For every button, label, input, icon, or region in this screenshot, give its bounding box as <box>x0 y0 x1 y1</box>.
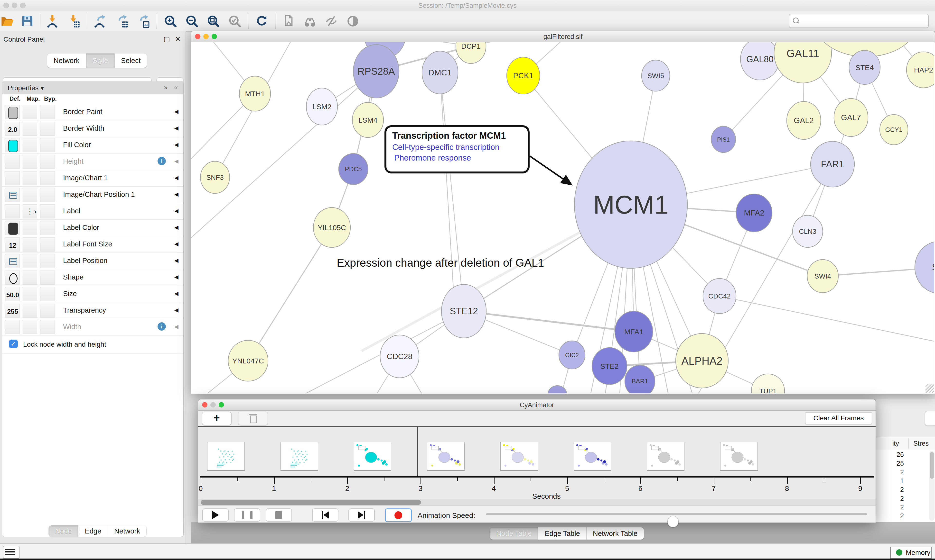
mapping-cell[interactable] <box>23 237 37 252</box>
node-CDC28[interactable]: CDC28 <box>380 335 419 378</box>
collapse-arrow-icon[interactable]: ◀ <box>174 191 179 197</box>
resize-grip[interactable] <box>926 385 934 392</box>
default-value[interactable]: 50.0 <box>5 291 20 299</box>
zoom-in-icon[interactable] <box>164 14 177 28</box>
property-row-height[interactable]: Heighti◀ <box>2 153 184 170</box>
node-MTH1[interactable]: MTH1 <box>239 76 270 111</box>
table-column-ity[interactable]: ity <box>892 440 899 448</box>
node-MFA2[interactable]: MFA2 <box>736 194 772 232</box>
node-RPS28A[interactable]: RPS28A <box>353 45 399 98</box>
bypass-cell[interactable] <box>40 188 55 202</box>
collapse-arrow-icon[interactable]: ◀ <box>174 125 179 131</box>
default-value[interactable]: 2.0 <box>5 126 20 134</box>
info-icon[interactable]: i <box>157 322 166 331</box>
annotation-link-2[interactable]: Pheromone response <box>392 152 528 163</box>
float-panel-icon[interactable]: ▢ <box>164 35 170 43</box>
node-LSM4[interactable]: LSM4 <box>352 102 384 137</box>
property-row-label-color[interactable]: Label Color◀ <box>2 219 184 236</box>
collapse-arrow-icon[interactable]: ◀ <box>174 291 179 297</box>
collapse-arrow-icon[interactable]: ◀ <box>174 323 179 330</box>
show-all-icon[interactable] <box>346 14 359 28</box>
mapping-cell[interactable] <box>23 287 37 301</box>
node-ALPHA2[interactable]: ALPHA2 <box>676 334 728 388</box>
bypass-cell[interactable] <box>40 304 55 318</box>
mapping-cell[interactable] <box>23 320 37 334</box>
collapse-arrow-icon[interactable]: ◀ <box>174 142 179 148</box>
node-STE4[interactable]: STE4 <box>849 50 880 85</box>
default-cell[interactable] <box>5 221 20 235</box>
node-CLN3[interactable]: CLN3 <box>793 215 823 248</box>
mapping-cell[interactable] <box>23 171 37 185</box>
node-GAL11[interactable]: GAL11 <box>774 42 832 83</box>
table-tab-node-table[interactable]: Node Table <box>490 528 538 540</box>
export-image-icon[interactable] <box>136 14 150 28</box>
open-session-icon[interactable] <box>1 14 15 28</box>
default-swatch[interactable] <box>8 140 18 152</box>
node-FAR1[interactable]: FAR1 <box>811 142 855 187</box>
collapse-arrow-icon[interactable]: ◀ <box>174 208 179 214</box>
default-cell[interactable] <box>5 188 20 202</box>
annotation-arrow[interactable] <box>529 156 571 185</box>
collapse-arrow-icon[interactable]: ◀ <box>174 257 179 264</box>
node-cutPurpleBottom[interactable] <box>548 386 567 393</box>
save-session-icon[interactable] <box>20 14 34 28</box>
default-cell[interactable]: 2.0 <box>5 122 20 136</box>
default-cell[interactable] <box>5 205 20 218</box>
property-row-image-chart-position-1[interactable]: Image/Chart Position 1◀ <box>2 186 184 203</box>
frame-thumbnail-4s[interactable] <box>500 442 538 470</box>
frame-thumbnail-5s[interactable] <box>574 442 611 470</box>
first-neighbors-icon[interactable] <box>303 14 317 28</box>
table-tab-edge-table[interactable]: Edge Table <box>538 528 586 540</box>
properties-header[interactable]: Properties ▾ » « <box>2 81 184 94</box>
refresh-icon[interactable] <box>255 14 268 28</box>
mapping-cell[interactable] <box>23 188 37 202</box>
stop-button[interactable] <box>265 508 292 522</box>
bypass-cell[interactable] <box>40 287 55 301</box>
annotation-link-1[interactable]: Cell-type-specific transcription <box>392 142 528 152</box>
import-table-icon[interactable] <box>66 14 80 28</box>
info-icon[interactable]: i <box>157 157 166 165</box>
bypass-cell[interactable] <box>40 105 55 119</box>
network-window-titlebar[interactable]: galFiltered.sif <box>191 31 935 42</box>
node-GAL7[interactable]: GAL7 <box>834 98 868 137</box>
mapping-cell[interactable] <box>23 155 37 169</box>
bypass-cell[interactable] <box>40 221 55 235</box>
network-canvas[interactable]: RPS28BDCP1RPS28ADMC1PCK1SWI5GAL80GAL11ST… <box>191 42 934 393</box>
mapping-cell[interactable] <box>23 254 37 268</box>
copy-network-icon[interactable] <box>282 14 295 28</box>
timeline-playhead[interactable] <box>417 427 418 476</box>
default-cell[interactable] <box>5 320 20 334</box>
property-row-label-font-size[interactable]: 12Label Font Size◀ <box>2 236 184 253</box>
style-tab-network[interactable]: Network <box>108 525 147 537</box>
default-cell[interactable]: 12 <box>5 237 20 252</box>
property-row-shape[interactable]: Shape◀ <box>2 269 184 286</box>
pause-button[interactable] <box>234 508 260 522</box>
default-value[interactable]: 12 <box>5 242 20 249</box>
collapse-arrow-icon[interactable]: ◀ <box>174 175 179 181</box>
node-PCK1[interactable]: PCK1 <box>507 57 540 94</box>
node-PDC5[interactable]: PDC5 <box>339 154 368 185</box>
property-row-label[interactable]: ⋮›Label◀ <box>2 203 184 220</box>
search-input[interactable] <box>789 14 929 28</box>
bypass-cell[interactable] <box>40 155 55 169</box>
property-row-image-chart-1[interactable]: Image/Chart 1◀ <box>2 170 184 186</box>
frame-thumbnail-7s[interactable] <box>720 442 758 470</box>
tab-select[interactable]: Select <box>115 54 147 68</box>
default-cell[interactable] <box>5 254 20 268</box>
default-cell[interactable] <box>5 171 20 185</box>
collapse-arrow-icon[interactable]: ◀ <box>174 241 179 247</box>
property-row-border-paint[interactable]: Border Paint◀ <box>2 104 184 120</box>
property-row-border-width[interactable]: 2.0Border Width◀ <box>2 120 184 137</box>
frame-thumbnail-6s[interactable] <box>647 442 685 470</box>
node-TUP1[interactable]: TUP1 <box>751 374 785 393</box>
node-YIL105C[interactable]: YIL105C <box>313 208 350 248</box>
frame-thumbnail-3s[interactable] <box>427 442 464 470</box>
table-column-stress[interactable]: Stres <box>913 440 929 448</box>
zoom-fit-icon[interactable] <box>207 14 220 28</box>
collapse-arrow-icon[interactable]: ◀ <box>174 307 179 313</box>
zoom-out-icon[interactable] <box>185 14 199 28</box>
frame-thumbnail-0s[interactable] <box>207 442 245 470</box>
mapping-icon[interactable]: ⋮› <box>26 207 37 215</box>
expand-all-icon[interactable]: » <box>164 83 168 91</box>
default-swatch[interactable] <box>8 107 18 119</box>
